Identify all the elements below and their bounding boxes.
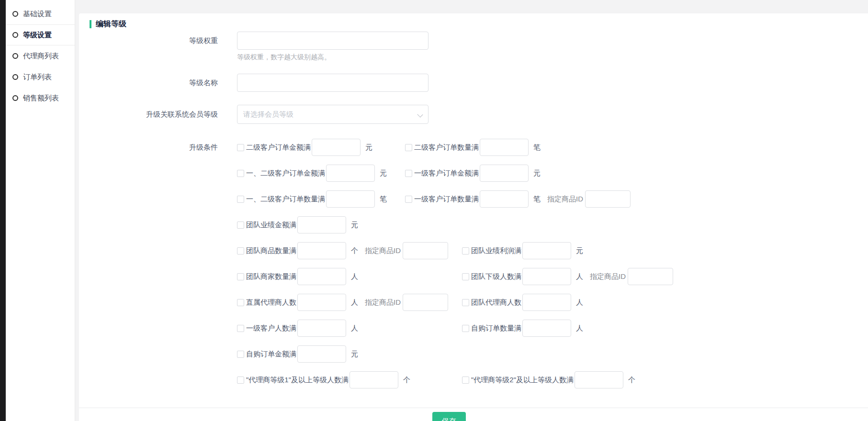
form-item-member-level: 升级关联系统会员等级 请选择会员等级	[79, 105, 868, 124]
condition-label: 一级客户人数满	[246, 324, 296, 333]
member-level-select[interactable]: 请选择会员等级	[237, 105, 428, 124]
edit-level-form: 等级权重 等级权重，数字越大级别越高。 等级名称 升级关联系统会员等级 请选择会…	[79, 29, 868, 397]
condition-unit: 元	[533, 169, 541, 178]
condition-checkbox[interactable]	[237, 196, 244, 203]
condition-value-input[interactable]	[522, 242, 571, 259]
condition-checkbox[interactable]	[237, 222, 244, 229]
form-footer: 保存	[79, 408, 868, 421]
condition-checkbox[interactable]	[237, 325, 244, 332]
title-accent-bar	[90, 20, 91, 28]
condition-label: 团队业绩利润满	[471, 246, 521, 255]
condition-group: 一级客户订单数量满笔指定商品ID	[405, 190, 631, 208]
condition-unit: 笔	[380, 195, 387, 204]
condition-group: 团队商品数量满个指定商品ID	[237, 242, 448, 259]
condition-checkbox[interactable]	[405, 196, 412, 203]
weight-hint: 等级权重，数字越大级别越高。	[237, 53, 428, 61]
circle-icon	[12, 53, 18, 59]
condition-value-input[interactable]	[297, 320, 346, 337]
circle-icon	[12, 32, 18, 38]
condition-checkbox[interactable]	[237, 247, 244, 255]
page-title-text: 编辑等级	[96, 19, 126, 29]
condition-label: "代理商等级2"及以上等级人数满	[471, 376, 574, 385]
condition-checkbox[interactable]	[237, 299, 244, 306]
name-label: 等级名称	[79, 74, 218, 92]
condition-value-input[interactable]	[575, 371, 623, 388]
sidebar-item[interactable]: 销售额列表	[6, 88, 75, 109]
condition-value-input[interactable]	[480, 139, 529, 156]
condition-value-input[interactable]	[297, 268, 346, 285]
condition-label: 直属代理商人数	[246, 298, 296, 307]
condition-checkbox[interactable]	[462, 325, 469, 332]
product-id-input[interactable]	[585, 190, 631, 208]
condition-checkbox[interactable]	[462, 377, 469, 384]
sidebar-item[interactable]: 代理商列表	[6, 45, 75, 66]
condition-group: 一级客户人数满人	[237, 320, 358, 337]
condition-checkbox[interactable]	[237, 351, 244, 358]
condition-label: 一、二级客户订单金额满	[246, 169, 325, 178]
form-item-conditions: 升级条件 二级客户订单金额满元二级客户订单数量满笔一、二级客户订单金额满元一级客…	[79, 139, 868, 397]
condition-value-input[interactable]	[312, 139, 361, 156]
condition-unit: 人	[576, 272, 583, 281]
circle-icon	[12, 74, 18, 80]
sidebar: 基础设置等级设置代理商列表订单列表销售额列表	[6, 0, 75, 421]
condition-checkbox[interactable]	[462, 273, 469, 280]
condition-value-input[interactable]	[326, 190, 375, 208]
condition-checkbox[interactable]	[405, 170, 412, 177]
page-title: 编辑等级	[79, 13, 868, 29]
condition-value-input[interactable]	[297, 242, 346, 259]
condition-checkbox[interactable]	[462, 299, 469, 306]
condition-value-input[interactable]	[480, 190, 529, 208]
member-level-placeholder: 请选择会员等级	[243, 110, 293, 119]
condition-value-input[interactable]	[297, 216, 346, 233]
condition-label: 一级客户订单金额满	[414, 169, 479, 178]
condition-group: 团队商家数量满人	[237, 268, 358, 285]
condition-checkbox[interactable]	[237, 377, 244, 384]
condition-unit: 笔	[533, 143, 541, 152]
save-button[interactable]: 保存	[432, 412, 466, 421]
condition-label: 团队商品数量满	[246, 246, 296, 255]
product-id-input[interactable]	[628, 268, 673, 285]
condition-label: 一级客户订单数量满	[414, 195, 479, 204]
condition-group: 一级客户订单金额满元	[405, 165, 541, 182]
product-id-input[interactable]	[403, 294, 448, 311]
condition-group: 自购订单数量满人	[462, 320, 583, 337]
condition-label: 自购订单数量满	[471, 324, 521, 333]
weight-input[interactable]	[237, 32, 428, 50]
condition-unit: 个	[403, 376, 410, 385]
sidebar-item[interactable]: 订单列表	[6, 66, 75, 88]
condition-value-input[interactable]	[522, 320, 571, 337]
condition-group: 二级客户订单数量满笔	[405, 139, 541, 156]
form-item-weight: 等级权重 等级权重，数字越大级别越高。	[79, 32, 868, 61]
condition-checkbox[interactable]	[237, 273, 244, 280]
condition-group: 团队代理商人数人	[462, 294, 583, 311]
condition-checkbox[interactable]	[462, 247, 469, 255]
condition-value-input[interactable]	[480, 165, 529, 182]
sidebar-item[interactable]: 基础设置	[6, 3, 75, 24]
condition-value-input[interactable]	[522, 268, 571, 285]
condition-unit: 个	[351, 246, 358, 255]
condition-label: "代理商等级1"及以上等级人数满	[246, 376, 349, 385]
condition-checkbox[interactable]	[405, 144, 412, 151]
condition-value-input[interactable]	[349, 371, 398, 388]
level-name-input[interactable]	[237, 74, 428, 92]
condition-checkbox[interactable]	[237, 144, 244, 151]
condition-unit: 人	[576, 298, 583, 307]
condition-group: 直属代理商人数人指定商品ID	[237, 294, 448, 311]
sidebar-item-label: 等级设置	[23, 31, 52, 40]
condition-group: 一、二级客户订单金额满元	[237, 165, 387, 182]
condition-value-input[interactable]	[522, 294, 571, 311]
sidebar-item-label: 销售额列表	[23, 94, 59, 103]
condition-unit: 元	[380, 169, 387, 178]
condition-unit: 人	[351, 298, 358, 307]
condition-unit: 元	[351, 350, 358, 359]
weight-label: 等级权重	[79, 32, 218, 61]
product-id-label: 指定商品ID	[590, 272, 626, 281]
product-id-input[interactable]	[403, 242, 448, 259]
condition-unit: 元	[365, 143, 372, 152]
condition-value-input[interactable]	[326, 165, 375, 182]
condition-value-input[interactable]	[297, 294, 346, 311]
condition-value-input[interactable]	[297, 345, 346, 363]
sidebar-item[interactable]: 等级设置	[6, 24, 75, 45]
condition-checkbox[interactable]	[237, 170, 244, 177]
condition-label: 团队商家数量满	[246, 272, 296, 281]
